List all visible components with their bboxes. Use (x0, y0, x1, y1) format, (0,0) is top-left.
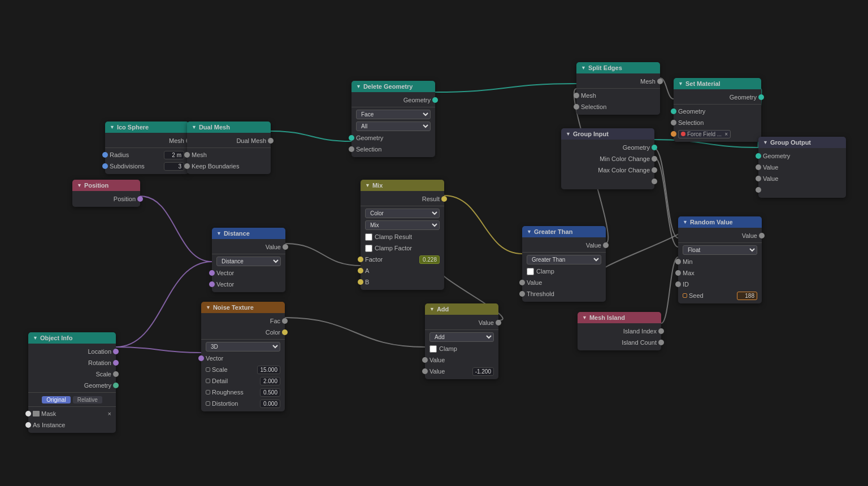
object-mask-icon (33, 411, 40, 416)
object-mask-socket[interactable] (25, 411, 31, 416)
force-field-badge[interactable]: Force Field ... × (678, 130, 731, 138)
rv-val-out-socket[interactable] (759, 233, 765, 238)
gi-max-out: Max Color Change (561, 164, 654, 176)
go-extra-socket[interactable] (756, 187, 761, 193)
add-val2-val[interactable]: -1.200 (472, 367, 494, 376)
ico-sphere-radius-socket[interactable] (102, 152, 108, 158)
mix-factor-val[interactable]: 0.228 (419, 255, 440, 264)
noise-vec-in: Vector (201, 353, 285, 364)
set-material-node: ▼ Set Material Geometry Geometry Selecti… (674, 78, 761, 142)
group-input-header: ▼ Group Input (561, 128, 654, 140)
split-edges-sel-socket[interactable] (574, 104, 579, 110)
force-field-close[interactable]: × (724, 131, 728, 137)
mix-a-socket[interactable] (358, 268, 363, 274)
mix-factor-socket[interactable] (358, 257, 363, 262)
gi-geo-out-socket[interactable] (652, 145, 657, 150)
gi-extra-out-socket[interactable] (652, 179, 657, 184)
add-val-out: Value (425, 317, 498, 328)
delete-mode-select[interactable]: Face (356, 110, 431, 119)
mix-clamp-factor-cb[interactable] (365, 245, 372, 252)
gt-mode-select[interactable]: Greater Than (527, 255, 601, 264)
object-mask-close[interactable]: × (108, 410, 111, 417)
delete-mode-row: Face (351, 109, 435, 120)
gt-val-out-socket[interactable] (603, 242, 609, 248)
noise-detail-val[interactable]: 2.000 (260, 377, 280, 385)
gt-clamp-cb[interactable] (527, 268, 534, 275)
sm-geo-in-socket[interactable] (671, 109, 676, 114)
sm-geo-out-socket[interactable] (758, 94, 764, 100)
noise-scale-val[interactable]: 15.000 (257, 366, 280, 374)
gt-val-in-socket[interactable] (519, 280, 525, 285)
noise-vec-socket[interactable] (198, 355, 204, 361)
rv-seed-val[interactable]: 188 (737, 292, 757, 300)
object-scale-socket[interactable] (113, 371, 119, 377)
go-geo-socket[interactable] (756, 153, 761, 159)
dual-mesh-mesh-socket[interactable] (184, 152, 190, 158)
sm-sel-socket[interactable] (671, 120, 676, 125)
object-asinstance-socket[interactable] (25, 422, 31, 428)
distance-vec1-socket[interactable] (209, 270, 215, 276)
rv-min-socket[interactable] (675, 259, 681, 264)
ico-sphere-subdiv-socket[interactable] (102, 163, 108, 169)
dual-mesh-node: ▼ Dual Mesh Dual Mesh Mesh Keep Boundari… (187, 122, 271, 174)
position-out-socket[interactable] (137, 196, 143, 202)
noise-dim-select[interactable]: 3D (206, 342, 280, 352)
split-edges-node: ▼ Split Edges Mesh Mesh Selection (576, 62, 660, 115)
add-val-out-socket[interactable] (496, 320, 501, 326)
dual-mesh-bounds-socket[interactable] (184, 163, 190, 169)
mix-b-socket[interactable] (358, 279, 363, 285)
add-val1-socket[interactable] (422, 357, 428, 363)
mi-count-socket[interactable] (658, 340, 664, 345)
delete-domain-select[interactable]: All (356, 122, 431, 131)
go-extra-in (758, 184, 846, 196)
go-val2-socket[interactable] (756, 176, 761, 181)
distance-vec2-row: Vector (212, 279, 285, 290)
distance-val-socket[interactable] (283, 244, 288, 250)
mi-index-socket[interactable] (658, 328, 664, 334)
split-edges-mesh-out-socket[interactable] (657, 79, 663, 84)
noise-fac-socket[interactable] (282, 318, 288, 324)
mix-type-select[interactable]: Color (365, 209, 440, 218)
go-val1-socket[interactable] (756, 164, 761, 170)
rv-type-select[interactable]: Float (683, 245, 757, 255)
group-output-title: Group Output (770, 139, 811, 146)
rv-max-socket[interactable] (675, 270, 681, 276)
gt-thresh-socket[interactable] (519, 291, 525, 297)
mix-clamp-result-cb[interactable] (365, 233, 372, 241)
delete-geo-out-socket[interactable] (432, 97, 438, 103)
gi-min-out-socket[interactable] (652, 156, 657, 162)
dual-mesh-title: Dual Mesh (199, 124, 230, 131)
mix-blend-select[interactable]: Mix (365, 220, 440, 230)
mix-result-socket[interactable] (441, 196, 447, 202)
delete-sel-socket[interactable] (349, 146, 354, 152)
object-geometry-socket[interactable] (113, 383, 119, 388)
object-location-socket[interactable] (113, 349, 119, 354)
ico-sphere-radius-val[interactable]: 2 m (164, 151, 184, 159)
noise-rough-val[interactable]: 0.500 (260, 388, 280, 397)
gi-max-out-socket[interactable] (652, 167, 657, 173)
split-edges-title: Split Edges (588, 64, 622, 71)
ico-sphere-chevron[interactable]: ▼ (110, 124, 115, 130)
dual-mesh-out-socket[interactable] (268, 138, 274, 144)
sm-geo-in: Geometry (674, 106, 761, 117)
dual-mesh-boundaries-row: Keep Boundaries (187, 160, 271, 172)
ico-sphere-subdiv-val[interactable]: 3 (164, 162, 184, 171)
sm-mat-socket[interactable] (671, 131, 676, 137)
distance-mode-select[interactable]: Distance (216, 257, 281, 266)
mix-type-row: Color (361, 207, 444, 219)
add-mode-select[interactable]: Add (429, 332, 494, 342)
random-value-title: Random Value (690, 219, 733, 225)
greater-than-node: ▼ Greater Than Value Greater Than Clamp … (522, 226, 606, 302)
object-rotation-socket[interactable] (113, 360, 119, 366)
delete-geo-in-socket[interactable] (349, 135, 354, 141)
noise-scale-row: Scale 15.000 (201, 364, 285, 375)
noise-color-socket[interactable] (282, 329, 288, 335)
add-clamp-cb[interactable] (429, 345, 437, 353)
noise-dist-val[interactable]: 0.000 (260, 400, 280, 408)
split-edges-mesh-in-socket[interactable] (574, 93, 579, 98)
object-relative-btn[interactable]: Relative (73, 396, 102, 403)
object-original-btn[interactable]: Original (42, 396, 70, 403)
add-val2-socket[interactable] (422, 368, 428, 374)
distance-vec2-socket[interactable] (209, 281, 215, 287)
rv-id-socket[interactable] (675, 281, 681, 287)
